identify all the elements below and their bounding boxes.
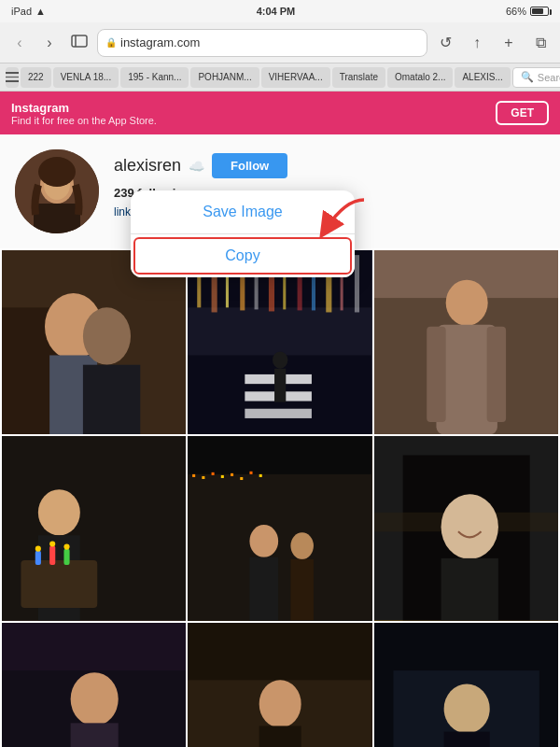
svg-rect-66	[441, 558, 497, 620]
avatar	[15, 149, 99, 233]
svg-point-65	[441, 495, 497, 560]
status-right: 66%	[506, 6, 549, 17]
back-button[interactable]: ‹	[7, 31, 32, 55]
forward-button[interactable]: ›	[37, 31, 62, 55]
svg-rect-42	[35, 551, 41, 565]
svg-point-39	[38, 490, 80, 536]
photo-1[interactable]	[2, 250, 186, 434]
svg-rect-59	[250, 557, 279, 620]
svg-rect-56	[250, 472, 253, 474]
svg-rect-55	[241, 477, 244, 480]
svg-rect-51	[203, 476, 205, 479]
url-bar[interactable]: 🔒 instagram.com	[97, 29, 427, 57]
svg-rect-37	[486, 327, 505, 422]
svg-point-60	[291, 533, 315, 560]
banner-text: Instagram Find it for free on the App St…	[11, 101, 157, 126]
svg-rect-31	[274, 369, 286, 402]
tab-omatalo[interactable]: Omatalo 2...	[387, 67, 453, 88]
wifi-icon: ▲	[35, 6, 46, 17]
svg-rect-29	[245, 409, 313, 418]
toolbar-actions: ↺ ↑ + ⧉	[433, 31, 553, 55]
svg-rect-49	[188, 474, 371, 620]
svg-rect-41	[21, 560, 97, 608]
profile-name-row: alexisren ☁️ Follow	[114, 153, 545, 178]
browser-toolbar: ‹ › 🔒 instagram.com ↺ ↑ + ⧉	[0, 22, 560, 63]
svg-point-30	[273, 351, 287, 368]
svg-rect-14	[188, 307, 371, 355]
battery-percent: 66%	[506, 6, 526, 17]
svg-rect-70	[71, 723, 119, 747]
profile-section: alexisren ☁️ Follow 239 following linktr…	[0, 134, 560, 248]
photo-8[interactable]	[188, 623, 371, 747]
tab-viher[interactable]: VIHERVAA...	[261, 67, 330, 88]
svg-point-58	[250, 525, 279, 557]
svg-rect-0	[72, 35, 87, 47]
svg-point-69	[71, 672, 119, 726]
profile-username: alexisren	[114, 156, 181, 176]
bookmarks-button[interactable]	[67, 31, 91, 55]
svg-point-73	[259, 680, 301, 727]
tab-222[interactable]: 222	[21, 67, 51, 88]
share-button[interactable]: ↑	[465, 31, 489, 55]
svg-rect-57	[259, 474, 262, 477]
svg-rect-12	[83, 365, 140, 435]
svg-point-47	[63, 544, 69, 550]
tabs-bar: 222 VENLA 18... 195 - Kann... POHJANM...…	[0, 63, 560, 92]
photo-9[interactable]	[374, 623, 558, 747]
tab-pohjanm[interactable]: POHJANM...	[190, 67, 259, 88]
device-label: iPad	[11, 6, 32, 17]
photo-3[interactable]	[374, 250, 558, 434]
svg-rect-52	[212, 472, 215, 475]
svg-rect-36	[427, 327, 445, 422]
search-icon: 🔍	[521, 71, 534, 83]
svg-rect-44	[49, 546, 55, 565]
arrow-overlay	[299, 190, 373, 250]
url-text: instagram.com	[120, 35, 200, 49]
svg-rect-46	[63, 549, 69, 565]
svg-point-45	[49, 542, 55, 547]
svg-rect-74	[259, 726, 301, 747]
svg-rect-26	[355, 255, 359, 312]
svg-rect-61	[291, 559, 315, 620]
tab-venla[interactable]: VENLA 18...	[53, 67, 119, 88]
svg-rect-53	[221, 475, 224, 478]
get-app-button[interactable]: GET	[496, 101, 549, 125]
banner-app-name: Instagram	[11, 101, 157, 115]
status-time: 4:04 PM	[257, 6, 296, 17]
tabs-button[interactable]: ⧉	[528, 31, 553, 55]
photo-4[interactable]	[2, 436, 186, 620]
svg-rect-50	[192, 474, 195, 477]
follow-button[interactable]: Follow	[212, 153, 287, 178]
app-banner: Instagram Find it for free on the App St…	[0, 92, 560, 134]
menu-button[interactable]	[6, 67, 19, 88]
svg-point-34	[445, 280, 487, 326]
battery-icon	[530, 7, 549, 16]
banner-tagline: Find it for free on the App Store.	[11, 115, 157, 126]
svg-rect-54	[231, 473, 233, 476]
photo-2[interactable]	[188, 250, 371, 434]
avatar-image	[15, 149, 99, 233]
lock-icon: 🔒	[105, 37, 117, 48]
svg-point-43	[35, 546, 41, 552]
photo-grid	[0, 248, 560, 747]
svg-rect-78	[443, 731, 489, 747]
svg-point-11	[83, 307, 131, 364]
status-bar: iPad ▲ 4:04 PM 66%	[0, 0, 560, 22]
svg-point-6	[38, 157, 76, 187]
search-bar[interactable]: 🔍 Search	[512, 67, 560, 88]
tab-kann[interactable]: 195 - Kann...	[120, 67, 189, 88]
photo-5[interactable]	[188, 436, 371, 620]
new-tab-button[interactable]: +	[497, 31, 521, 55]
tab-alexis[interactable]: ALEXIS...	[455, 67, 510, 88]
search-placeholder: Search	[538, 72, 560, 83]
reload-button[interactable]: ↺	[433, 31, 457, 55]
svg-point-77	[443, 684, 489, 733]
svg-rect-5	[34, 204, 80, 233]
photo-7[interactable]	[2, 623, 186, 747]
verified-icon: ☁️	[189, 159, 204, 174]
photo-6[interactable]	[374, 436, 558, 620]
tab-translate[interactable]: Translate	[332, 67, 385, 88]
status-left: iPad ▲	[11, 6, 46, 17]
